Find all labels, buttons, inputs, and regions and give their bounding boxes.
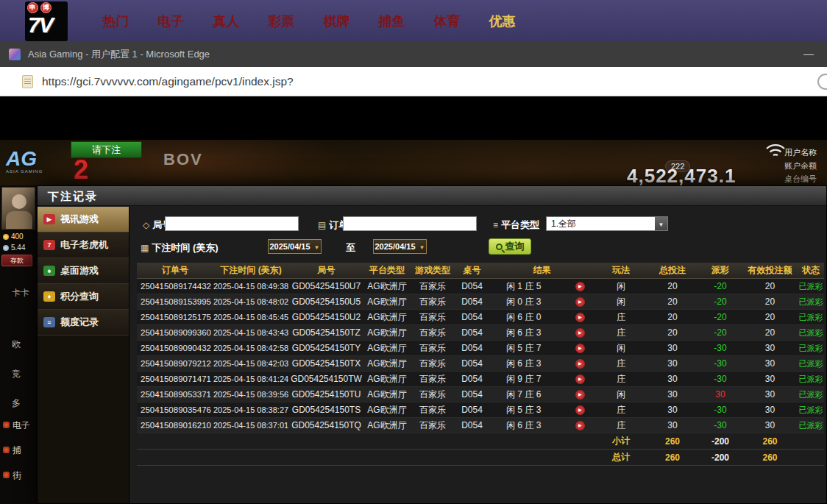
- lobby-menu-item[interactable]: 街: [0, 468, 37, 483]
- cell-time: 2025-04-15 08:48:02: [213, 297, 288, 306]
- bet-records-modal: 下注记录 ▶ 视讯游戏 7 电子老虎机 ♠ 桌面游戏: [37, 185, 827, 504]
- nav-item[interactable]: 捕鱼: [364, 13, 419, 30]
- order-input[interactable]: [343, 216, 477, 231]
- deposit-button[interactable]: 存款: [1, 255, 32, 266]
- cell-round: GD054254150TS: [288, 405, 364, 415]
- cell-status: 已派彩: [798, 281, 824, 292]
- cell-order: 250415089174432: [137, 282, 213, 291]
- col-header-totalbet: 总投注: [647, 264, 698, 277]
- nav-item[interactable]: 真人: [199, 13, 254, 30]
- tag-icon: [143, 220, 149, 230]
- cell-validbet: 20: [742, 327, 798, 338]
- cell-playtype: 庄: [595, 327, 647, 339]
- col-header-tableno: 桌号: [455, 264, 489, 277]
- nav-item[interactable]: 优惠: [475, 13, 530, 30]
- play-video-button[interactable]: [575, 359, 585, 369]
- play-video-button[interactable]: [575, 297, 585, 307]
- modal-menu-item[interactable]: ▶ 视讯游戏: [38, 207, 129, 233]
- minimize-button[interactable]: —: [803, 48, 814, 60]
- refresh-icon[interactable]: [817, 74, 827, 90]
- lobby-menu-item[interactable]: 电子: [0, 418, 37, 433]
- chevron-down-icon[interactable]: [655, 217, 667, 230]
- cell-totalbet: 30: [647, 389, 698, 400]
- badge-bo: 博: [40, 2, 52, 13]
- menu-item-icon: ♦: [43, 291, 55, 302]
- nav-item[interactable]: 热门: [88, 13, 143, 30]
- play-video-button[interactable]: [575, 328, 585, 338]
- cell-time: 2025-04-15 08:49:38: [213, 282, 288, 291]
- cell-order: 250415089153995: [137, 297, 213, 306]
- col-header-time: 下注时间 (美东): [213, 264, 288, 277]
- cell-validbet: 30: [742, 420, 798, 430]
- menu-item-icon: 7: [43, 240, 55, 250]
- play-video-button[interactable]: [575, 313, 585, 322]
- play-video-button[interactable]: [575, 421, 585, 430]
- browser-addressbar: https://gci.7vvvvvv.com/agingame/pcv1/in…: [0, 67, 827, 96]
- cell-order: 250415089016210: [137, 421, 213, 430]
- play-video-button[interactable]: [575, 390, 585, 400]
- lobby-menu-item[interactable]: 竞: [0, 366, 37, 381]
- cell-payout: -30: [698, 358, 742, 369]
- cell-validbet: 20: [742, 297, 798, 307]
- platform-select[interactable]: 1.全部: [546, 216, 668, 231]
- badge-shen: 申: [27, 2, 38, 13]
- date-from-select[interactable]: 2025/04/15: [268, 239, 322, 254]
- cell-totalbet: 30: [647, 420, 698, 430]
- cell-status: 已派彩: [798, 312, 824, 323]
- date-to-select[interactable]: 2025/04/15: [373, 239, 427, 254]
- round-input[interactable]: [165, 216, 299, 231]
- cell-status: 已派彩: [798, 405, 824, 416]
- cell-time: 2025-04-15 08:38:27: [213, 405, 288, 414]
- lobby-menu: 卡卡 欧 竞 多 电子 捕 街: [0, 285, 37, 483]
- nav-item[interactable]: 电子: [143, 13, 199, 30]
- site-logo[interactable]: 申 博 7V: [25, 1, 68, 41]
- grandtotal-validbet: 260: [742, 452, 798, 463]
- page-icon: [22, 75, 33, 88]
- cell-playtype: 闲: [595, 280, 647, 293]
- cell-round: GD054254150TZ: [288, 327, 364, 338]
- col-header-payout: 派彩: [698, 264, 742, 277]
- modal-menu-item[interactable]: ≡ 额度记录: [38, 310, 129, 336]
- cell-status: 已派彩: [798, 343, 824, 354]
- cell-time: 2025-04-15 08:45:45: [213, 313, 288, 322]
- nav-item[interactable]: 彩票: [254, 13, 309, 30]
- cell-platform: AG欧洲厅: [364, 358, 410, 370]
- modal-menu-item[interactable]: 7 电子老虎机: [38, 233, 129, 258]
- cell-validbet: 30: [742, 405, 798, 415]
- cell-result: 闲 6 庄 3: [489, 419, 595, 432]
- cell-round: GD054254150U5: [288, 297, 364, 307]
- search-button[interactable]: 查询: [489, 238, 531, 255]
- platform-label: 平台类型: [493, 219, 539, 232]
- bet-time-label: 下注时间 (美东): [141, 241, 219, 255]
- cell-playtype: 庄: [595, 373, 647, 386]
- nav-item[interactable]: 棋牌: [309, 13, 364, 30]
- cell-platform: AG欧洲厅: [364, 373, 410, 386]
- play-video-button[interactable]: [575, 344, 585, 353]
- play-video-button[interactable]: [575, 282, 585, 291]
- lobby-menu-item[interactable]: 多: [0, 396, 37, 411]
- nav-item[interactable]: 体育: [419, 13, 475, 30]
- table-row: 250415089071471 2025-04-15 08:41:24 GD05…: [137, 372, 824, 387]
- lobby-menu-item[interactable]: 卡卡: [0, 285, 37, 300]
- play-video-button[interactable]: [575, 375, 585, 384]
- modal-menu-item[interactable]: ♠ 桌面游戏: [38, 258, 129, 284]
- modal-title: 下注记录: [38, 186, 826, 206]
- play-video-button[interactable]: [575, 405, 585, 415]
- url-text[interactable]: https://gci.7vvvvvv.com/agingame/pcv1/in…: [42, 75, 294, 88]
- list-icon: [493, 220, 498, 230]
- lobby-sidebar: 400 5.44 存款 卡卡 欧 竞 多 电子 捕: [0, 185, 37, 504]
- modal-menu-item[interactable]: ♦ 积分查询: [38, 284, 129, 310]
- cell-gametype: 百家乐: [410, 327, 455, 339]
- cell-status: 已派彩: [798, 389, 824, 400]
- cell-round: GD054254150TU: [288, 389, 364, 400]
- menu-item-label: 视讯游戏: [60, 213, 99, 226]
- calendar-icon: [141, 243, 149, 253]
- secondary-balance-value: 5.44: [11, 244, 25, 252]
- cell-gametype: 百家乐: [410, 358, 455, 370]
- lobby-menu-item[interactable]: 欧: [0, 337, 37, 352]
- logo-badge: 申 博: [27, 2, 52, 13]
- lobby-menu-item[interactable]: 捕: [0, 443, 37, 458]
- cell-payout: -20: [698, 281, 742, 291]
- cell-order: 250415089125175: [137, 313, 213, 322]
- subtotal-totalbet: 260: [647, 436, 698, 447]
